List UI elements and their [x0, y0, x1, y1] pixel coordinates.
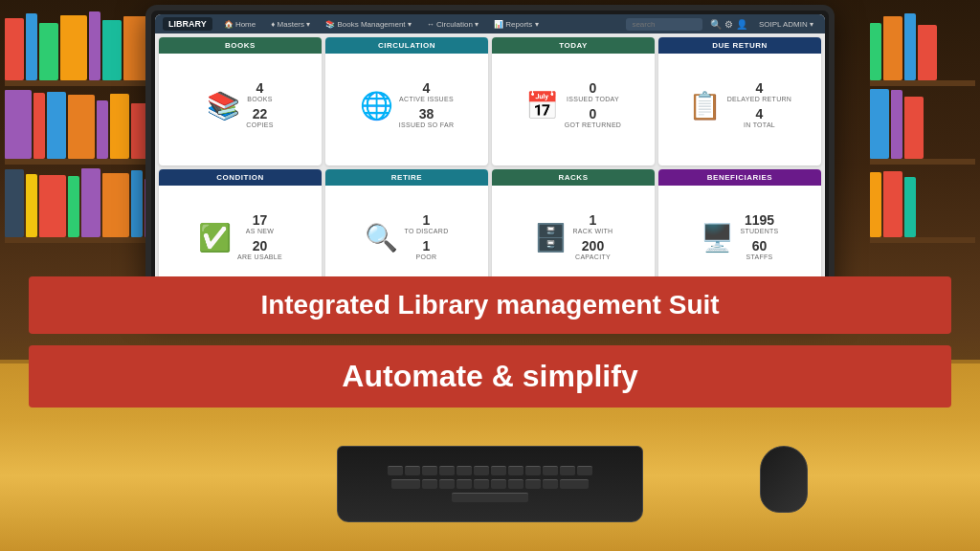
key	[391, 479, 420, 489]
book	[131, 170, 143, 237]
card-beneficiaries-header: BENEFICIARIES	[658, 169, 821, 186]
card-condition-body: ✅ 17 AS NEW 20 ARE USABLE	[159, 186, 322, 290]
card-books-body: 📚 4 BOOKS 22 COPIES	[159, 54, 322, 158]
keyboard-row-3	[452, 493, 528, 502]
book	[5, 90, 32, 159]
key	[439, 466, 455, 475]
book	[81, 168, 100, 237]
stat-as-new: 17 AS NEW	[246, 213, 274, 237]
nav-books-management[interactable]: 📚 Books Management ▾	[322, 18, 415, 31]
book	[60, 15, 87, 80]
book	[68, 176, 79, 237]
book	[870, 172, 881, 237]
shelf-r1	[870, 10, 975, 86]
book	[89, 11, 100, 80]
stat-poor: 1 POOR	[416, 239, 437, 263]
key	[560, 466, 575, 475]
keyboard-row-2	[391, 479, 589, 489]
key	[422, 466, 437, 475]
stat-to-discard: 1 TO DISCARD	[404, 213, 448, 237]
key	[543, 479, 558, 489]
stat-staffs: 60 STAFFS	[746, 239, 772, 263]
card-racks-body: 🗄️ 1 RACK WITH 200 CAPACITY	[492, 186, 655, 290]
stat-in-total: 4 IN TOTAL	[744, 107, 775, 131]
card-due-return-stats: 4 DELAYED RETURN 4 IN TOTAL	[727, 80, 791, 131]
shelf-r3	[870, 166, 975, 243]
keyboard	[337, 446, 643, 522]
books-icon: 📚	[207, 93, 240, 120]
key	[525, 466, 541, 475]
racks-icon: 🗄️	[534, 225, 568, 252]
key	[491, 479, 506, 489]
card-due-return: DUE RETURN 📋 4 DELAYED RETURN 4 IN TOTAL	[658, 37, 821, 165]
stat-got-returned: 0 GOT RETURNED	[565, 107, 621, 131]
key	[474, 466, 489, 475]
book	[68, 95, 95, 159]
book	[918, 25, 937, 80]
stat-copies-count: 22 COPIES	[246, 107, 273, 131]
key	[543, 466, 558, 475]
stat-books-count: 4 BOOKS	[247, 81, 272, 105]
spacebar-key	[452, 493, 528, 502]
nav-reports[interactable]: 📊 Reports ▾	[490, 18, 542, 31]
due-return-icon: 📋	[688, 93, 722, 120]
nav-masters[interactable]: ♦ Masters ▾	[267, 18, 314, 31]
dashboard-grid: BOOKS 📚 4 BOOKS 22 COPIES	[155, 33, 825, 301]
stat-issued-today: 0 ISSUED TODAY	[567, 81, 619, 105]
today-icon: 📅	[525, 93, 559, 120]
card-racks-stats: 1 RACK WITH 200 CAPACITY	[573, 212, 613, 263]
card-circulation-stats: 4 ACTIVE ISSUES 38 ISSUED SO FAR	[399, 80, 455, 131]
card-retire-stats: 1 TO DISCARD 1 POOR	[404, 212, 448, 263]
card-beneficiaries-stats: 1195 STUDENTS 60 STAFFS	[740, 212, 778, 263]
card-today: TODAY 📅 0 ISSUED TODAY 0 GOT RETURNED	[492, 37, 655, 165]
nav-home[interactable]: 🏠 Home	[220, 18, 260, 31]
book	[102, 20, 122, 80]
card-condition-stats: 17 AS NEW 20 ARE USABLE	[237, 212, 282, 263]
book	[26, 174, 37, 237]
book	[904, 13, 916, 80]
screen: LIBRARY 🏠 Home ♦ Masters ▾ 📚 Books Manag…	[155, 14, 825, 301]
key	[474, 479, 489, 489]
key	[388, 466, 403, 475]
mouse	[760, 446, 808, 513]
book	[904, 97, 924, 159]
beneficiaries-icon: 🖥️	[701, 225, 734, 252]
book	[904, 177, 916, 237]
card-condition-header: CONDITION	[159, 169, 322, 186]
stat-delayed-return: 4 DELAYED RETURN	[727, 81, 791, 105]
overlay-banners: Integrated Library management Suit Autom…	[0, 276, 980, 408]
book	[102, 173, 129, 237]
shelf-r2	[870, 88, 975, 165]
card-today-stats: 0 ISSUED TODAY 0 GOT RETURNED	[565, 80, 621, 131]
search-input[interactable]	[626, 18, 702, 31]
book	[47, 92, 66, 159]
nav-brand: LIBRARY	[163, 17, 212, 31]
card-retire-header: RETIRE	[325, 169, 488, 186]
key	[577, 466, 592, 475]
card-today-header: TODAY	[492, 37, 655, 54]
book	[5, 18, 24, 80]
card-books-stats: 4 BOOKS 22 COPIES	[246, 80, 273, 131]
nav-icons: 🔍 ⚙ 👤	[710, 19, 747, 30]
nav-circulation[interactable]: ↔ Circulation ▾	[423, 18, 482, 31]
card-circulation-header: CIRCULATION	[325, 37, 488, 54]
book	[883, 16, 902, 80]
card-beneficiaries-body: 🖥️ 1195 STUDENTS 60 STAFFS	[658, 186, 821, 290]
keyboard-row-1	[388, 466, 592, 475]
stat-active-issues: 4 ACTIVE ISSUES	[399, 81, 454, 105]
key	[508, 466, 523, 475]
book	[870, 89, 889, 159]
key	[508, 479, 523, 489]
key	[422, 479, 437, 489]
circulation-icon: 🌐	[360, 93, 393, 120]
book	[39, 23, 58, 80]
card-books: BOOKS 📚 4 BOOKS 22 COPIES	[159, 37, 322, 165]
key	[439, 479, 455, 489]
book	[883, 171, 902, 237]
key	[457, 466, 472, 475]
nav-user[interactable]: SOIPL ADMIN ▾	[755, 18, 817, 31]
card-due-return-body: 📋 4 DELAYED RETURN 4 IN TOTAL	[658, 54, 821, 158]
book	[891, 90, 902, 159]
stat-issued-so-far: 38 ISSUED SO FAR	[399, 107, 455, 131]
stat-capacity: 200 CAPACITY	[575, 239, 611, 263]
